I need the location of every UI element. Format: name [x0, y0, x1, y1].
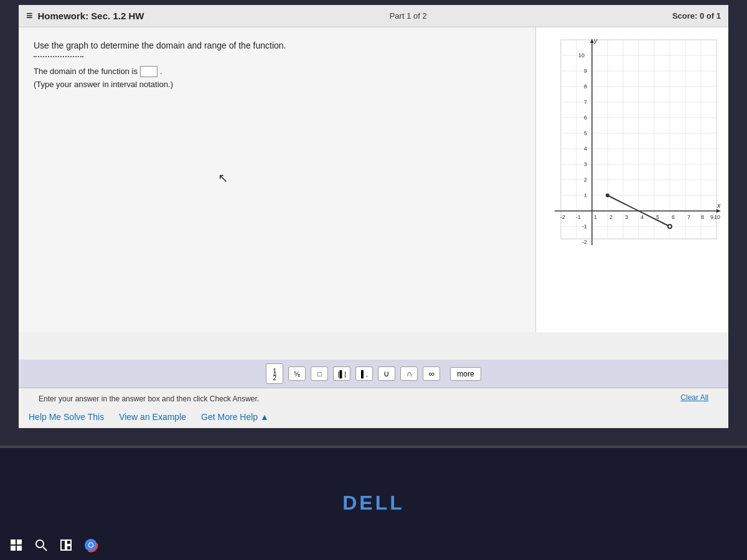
answer-instruction: Enter your answer in the answer box and … [29, 391, 269, 404]
intersection-btn[interactable]: ∩ [400, 366, 418, 381]
abs-value-btn[interactable]: |▌| [333, 366, 350, 381]
svg-text:8: 8 [584, 83, 587, 90]
svg-text:-2: -2 [582, 239, 587, 245]
svg-text:-1: -1 [582, 223, 587, 230]
svg-rect-58 [17, 546, 22, 551]
windows-start-button[interactable] [5, 534, 27, 556]
svg-point-53 [606, 194, 609, 197]
dell-logo-area: DELL [0, 478, 747, 528]
header-bar: ≡ Homework: Sec. 1.2 HW Part 1 of 2 Scor… [19, 5, 728, 27]
more-btn[interactable]: more [450, 367, 481, 381]
right-panel: 10 9 8 7 6 5 4 3 2 1 -1 -2 1 2 [535, 27, 728, 332]
dotted-separator [34, 56, 83, 57]
svg-text:7: 7 [687, 214, 690, 220]
period: . [160, 67, 162, 76]
svg-text:2: 2 [609, 214, 613, 220]
svg-text:9: 9 [584, 68, 587, 74]
svg-text:8: 8 [701, 214, 704, 220]
svg-text:1: 1 [584, 192, 587, 198]
svg-rect-62 [67, 540, 71, 544]
part-indicator: Part 1 of 2 [390, 11, 427, 21]
search-button[interactable] [30, 534, 52, 556]
svg-text:3: 3 [625, 214, 628, 220]
svg-text:5: 5 [584, 130, 587, 136]
svg-rect-55 [11, 539, 16, 544]
svg-text:x: x [716, 202, 721, 209]
mixed-fraction-btn[interactable]: ⁵⁄₂ [288, 366, 306, 381]
svg-line-60 [43, 547, 47, 551]
svg-text:9: 9 [710, 214, 713, 220]
view-example-link[interactable]: View an Example [119, 412, 186, 422]
header-left: ≡ Homework: Sec. 1.2 HW [26, 9, 144, 22]
svg-point-67 [89, 543, 93, 547]
question-text: Use the graph to determine the domain an… [34, 40, 520, 52]
snap-layouts-button[interactable] [55, 534, 77, 556]
coordinate-graph: 10 9 8 7 6 5 4 3 2 1 -1 -2 1 2 [542, 34, 723, 270]
svg-text:10: 10 [714, 214, 720, 220]
svg-rect-56 [17, 539, 22, 544]
main-content: Use the graph to determine the domain an… [19, 27, 728, 332]
svg-text:4: 4 [641, 214, 644, 220]
dell-logo: DELL [342, 492, 405, 515]
svg-point-54 [668, 225, 672, 228]
svg-marker-25 [716, 209, 721, 213]
infinity-btn[interactable]: ∞ [423, 366, 440, 381]
svg-rect-63 [67, 546, 71, 550]
svg-text:2: 2 [584, 177, 587, 183]
svg-text:6: 6 [672, 214, 675, 220]
taskbar [0, 530, 747, 560]
help-row: Help Me Solve This View an Example Get M… [19, 407, 728, 428]
bottom-panel: 12 ⁵⁄₂ □ |▌| ▌, ∪ ∩ [19, 360, 728, 428]
svg-rect-57 [11, 546, 16, 551]
score-display: Score: 0 of 1 [672, 11, 721, 21]
left-panel: Use the graph to determine the domain an… [19, 27, 535, 332]
svg-text:7: 7 [584, 99, 587, 105]
svg-text:6: 6 [584, 114, 587, 121]
svg-text:4: 4 [584, 146, 587, 152]
domain-answer-box[interactable] [140, 66, 157, 77]
fraction-btn[interactable]: 12 [266, 363, 283, 384]
menu-icon[interactable]: ≡ [26, 9, 33, 22]
union-btn[interactable]: ∪ [378, 366, 395, 381]
math-toolbar: 12 ⁵⁄₂ □ |▌| ▌, ∪ ∩ [19, 360, 728, 388]
graph-container: 10 9 8 7 6 5 4 3 2 1 -1 -2 1 2 [542, 34, 728, 332]
square-btn[interactable]: □ [311, 366, 328, 381]
svg-text:-2: -2 [560, 214, 565, 220]
svg-point-59 [36, 540, 44, 548]
svg-text:1: 1 [594, 214, 597, 220]
svg-text:3: 3 [584, 161, 587, 167]
interval-note: (Type your answer in interval notation.) [34, 80, 520, 89]
svg-text:10: 10 [578, 52, 585, 58]
page-title: Homework: Sec. 1.2 HW [38, 11, 144, 21]
cursor-arrow: ↖ [218, 170, 228, 185]
chrome-button[interactable] [80, 534, 102, 556]
get-more-help-link[interactable]: Get More Help ▲ [201, 412, 269, 422]
domain-question: The domain of the function is . [34, 66, 520, 77]
clear-all-link[interactable]: Clear All [680, 393, 718, 402]
svg-rect-61 [61, 540, 65, 550]
svg-text:-1: -1 [576, 214, 581, 220]
help-me-solve-link[interactable]: Help Me Solve This [29, 412, 104, 422]
comma-btn[interactable]: ▌, [355, 366, 373, 381]
domain-label: The domain of the function is [34, 67, 138, 76]
